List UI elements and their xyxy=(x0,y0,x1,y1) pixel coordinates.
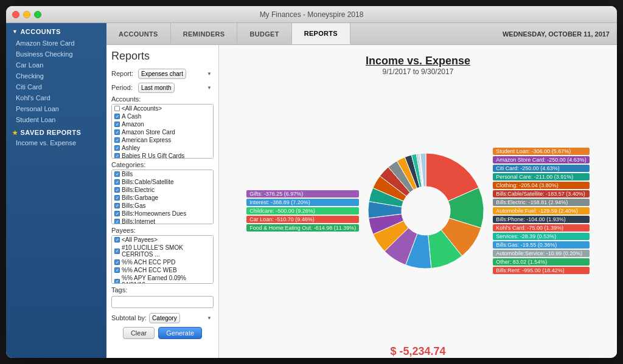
category-list-item[interactable]: Bills:Cable/Satellite xyxy=(112,178,213,186)
payee-checkbox-4[interactable] xyxy=(114,279,120,284)
payee-list-item[interactable]: %% ACH ECC PPD xyxy=(112,258,213,266)
donut-center xyxy=(402,187,450,235)
label-other: Other: 83.02 (1.54%) xyxy=(493,258,590,266)
chart-area: Income vs. Expense 9/1/2017 to 9/30/2017… xyxy=(219,45,617,358)
label-kohls-card: Kohl's Card: -75.00 (1.39%) xyxy=(493,224,590,232)
clear-button[interactable]: Clear xyxy=(123,327,155,339)
payees-section-label: Payees: xyxy=(111,227,214,234)
payee-list-item[interactable]: <All Payees> xyxy=(112,236,213,244)
subtotal-select-arrow-icon: ▼ xyxy=(207,315,212,320)
saved-reports-header: ★ SAVED REPORTS xyxy=(6,125,106,137)
account-checkbox-3[interactable] xyxy=(114,129,120,135)
tab-accounts[interactable]: ACCOUNTS xyxy=(106,23,171,44)
accounts-header: ▼ ACCOUNTS xyxy=(6,23,106,38)
chart-subtitle: 9/1/2017 to 9/30/2017 xyxy=(383,67,454,76)
subtotal-label: Subtotal by: xyxy=(111,314,147,321)
cat-checkbox-1[interactable] xyxy=(114,179,120,185)
tags-section-label: Tags: xyxy=(111,286,214,294)
payee-checkbox-0[interactable] xyxy=(114,237,120,242)
subtotal-select[interactable]: Category xyxy=(149,313,180,323)
account-list-item[interactable]: <All Accounts> xyxy=(112,105,213,112)
label-personal-care: Personal Care: -211.00 (3.91%) xyxy=(493,173,590,180)
account-list-item[interactable]: Amazon Store Card xyxy=(112,128,213,136)
account-checkbox-2[interactable] xyxy=(114,122,120,127)
payee-list-item[interactable]: #10 LUCILLE'S SMOK CERRITOS ... xyxy=(112,244,213,258)
donut-chart xyxy=(365,150,487,272)
label-student-loan: Student Loan: -306.00 (5.67%) xyxy=(493,148,590,155)
sidebar-item-car-loan[interactable]: Car Loan xyxy=(6,60,106,70)
account-checkbox-6[interactable] xyxy=(114,153,120,159)
subtotal-row: Subtotal by: Category ▼ xyxy=(111,312,214,323)
label-car-loan: Car Loan: -510.70 (9.46%) xyxy=(246,216,359,223)
sidebar-item-income-vs-expense[interactable]: Income vs. Expense xyxy=(6,137,106,148)
payee-list-item[interactable]: %% ACH ECC WEB xyxy=(112,266,213,274)
cat-checkbox-4[interactable] xyxy=(114,203,120,208)
chart-total: $ -5,234.74 xyxy=(390,345,445,358)
cat-checkbox-3[interactable] xyxy=(114,195,120,201)
title-bar: My Finances - Moneyspire 2018 xyxy=(6,6,617,23)
account-list-item[interactable]: Babies R Us Gift Cards xyxy=(112,152,213,159)
report-select[interactable]: Expenses chart xyxy=(138,69,186,79)
account-checkbox-5[interactable] xyxy=(114,145,120,151)
account-list-item[interactable]: Amazon xyxy=(112,120,213,128)
account-list-item[interactable]: A Cash xyxy=(112,112,213,120)
sidebar-item-business-checking[interactable]: Business Checking xyxy=(6,49,106,60)
label-auto-fuel: Automobile:Fuel: -129.59 (2.40%) xyxy=(493,207,590,215)
payees-list: <All Payees> #10 LUCILLE'S SMOK CERRITOS… xyxy=(111,235,214,284)
sidebar-item-amazon-store-card[interactable]: Amazon Store Card xyxy=(6,38,106,49)
label-gifts: Gifts: -376.25 (6.97%) xyxy=(246,190,359,197)
label-clothing: Clothing: -205.04 (3.80%) xyxy=(493,182,590,189)
label-interest: Interest: -388.89 (7.20%) xyxy=(246,199,359,206)
button-row: Clear Generate xyxy=(111,327,214,339)
category-list-item[interactable]: Bills:Garbage xyxy=(112,194,213,202)
sidebar-item-kohls-card[interactable]: Kohl's Card xyxy=(6,92,106,103)
period-select-arrow-icon: ▼ xyxy=(207,84,212,90)
payee-list-item[interactable]: %% APY Earned 0.09% 04/01/16... xyxy=(112,274,213,284)
category-list-item[interactable]: Bills:Internet xyxy=(112,218,213,224)
tags-input[interactable] xyxy=(111,296,214,308)
account-list-item[interactable]: American Express xyxy=(112,136,213,144)
panel-title: Reports xyxy=(111,50,214,63)
account-checkbox-1[interactable] xyxy=(114,114,120,119)
label-bills-phone: Bills:Phone: -104.00 (1.93%) xyxy=(493,216,590,223)
payee-checkbox-3[interactable] xyxy=(114,267,120,273)
report-row: Report: Expenses chart ▼ xyxy=(111,67,214,79)
tab-reports[interactable]: REPORTS xyxy=(292,23,350,44)
label-bills-gas: Bills:Gas: -19.55 (0.36%) xyxy=(493,241,590,249)
tab-reminders[interactable]: REMINDERS xyxy=(171,23,238,44)
tab-budget[interactable]: BUDGET xyxy=(237,23,291,44)
sidebar-item-student-loan[interactable]: Student Loan xyxy=(6,114,106,125)
close-button[interactable] xyxy=(12,11,19,18)
chart-container: Gifts: -376.25 (6.97%) Interest: -388.89… xyxy=(219,81,617,340)
period-select[interactable]: Last month xyxy=(138,83,175,93)
cat-checkbox-0[interactable] xyxy=(114,171,120,177)
payee-checkbox-2[interactable] xyxy=(114,259,120,265)
accounts-list: <All Accounts> A Cash Amazon Amazon Stor… xyxy=(111,104,214,159)
chart-labels-left: Gifts: -376.25 (6.97%) Interest: -388.89… xyxy=(246,190,359,232)
maximize-button[interactable] xyxy=(34,11,41,18)
sidebar-item-citi-card[interactable]: Citi Card xyxy=(6,81,106,92)
category-list-item[interactable]: Bills:Homeowners Dues xyxy=(112,210,213,218)
label-bills-electric: Bills:Electric: -158.81 (2.94%) xyxy=(493,199,590,206)
label-childcare: Childcare: -500.00 (9.26%) xyxy=(246,207,359,215)
payee-checkbox-1[interactable] xyxy=(114,249,120,254)
chart-labels-right: Student Loan: -306.00 (5.67%) Amazon Sto… xyxy=(493,148,590,274)
chart-title: Income vs. Expense xyxy=(366,55,470,67)
category-list-item[interactable]: Bills:Electric xyxy=(112,186,213,194)
cat-checkbox-6[interactable] xyxy=(114,219,120,224)
sidebar-item-checking[interactable]: Checking xyxy=(6,70,106,81)
account-list-item[interactable]: Ashley xyxy=(112,144,213,152)
category-list-item[interactable]: Bills:Gas xyxy=(112,202,213,210)
account-checkbox-4[interactable] xyxy=(114,137,120,143)
cat-checkbox-5[interactable] xyxy=(114,211,120,216)
generate-button[interactable]: Generate xyxy=(158,327,202,339)
sidebar-item-personal-loan[interactable]: Personal Loan xyxy=(6,103,106,114)
star-icon: ★ xyxy=(12,129,18,136)
category-list-item[interactable]: Bills xyxy=(112,170,213,178)
categories-list: Bills Bills:Cable/Satellite Bills:Electr… xyxy=(111,170,214,224)
minimize-button[interactable] xyxy=(23,11,30,18)
accounts-section-label: Accounts: xyxy=(111,95,214,103)
account-checkbox-0[interactable] xyxy=(114,106,120,111)
main-content: ACCOUNTS REMINDERS BUDGET REPORTS WEDNES… xyxy=(106,23,617,358)
cat-checkbox-2[interactable] xyxy=(114,187,120,193)
